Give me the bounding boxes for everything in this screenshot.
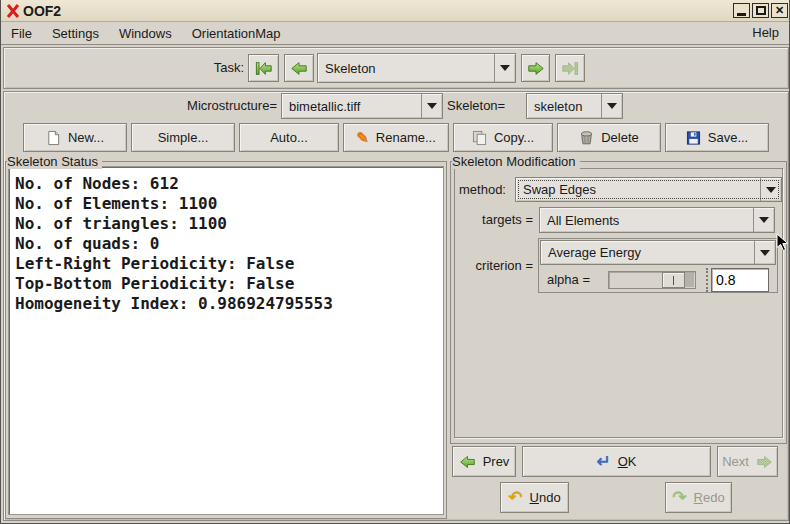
prev-arrow-icon xyxy=(459,455,476,469)
status-line: No. of triangles: 1100 xyxy=(15,214,443,234)
rename-button-label: Rename... xyxy=(376,130,436,145)
task-back-button[interactable] xyxy=(284,54,314,82)
criterion-value: Average Energy xyxy=(541,245,754,260)
skeleton-status-title: Skeleton Status xyxy=(7,154,102,169)
first-arrow-icon xyxy=(255,61,273,76)
ok-button[interactable]: ↵ OK xyxy=(522,446,711,477)
chevron-down-icon xyxy=(601,94,622,118)
chevron-down-icon xyxy=(760,178,781,201)
ok-button-label: OK xyxy=(618,454,637,469)
microstructure-value: bimetallic.tiff xyxy=(282,99,421,114)
copy-button[interactable]: Copy... xyxy=(453,123,553,152)
status-line: No. of Elements: 1100 xyxy=(15,194,443,214)
title-bar: OOF2 ✕ xyxy=(1,0,790,22)
targets-value: All Elements xyxy=(540,213,753,228)
chevron-down-icon xyxy=(494,54,515,82)
microstructure-select[interactable]: bimetallic.tiff xyxy=(281,93,443,119)
copy-icon xyxy=(472,130,487,146)
back-arrow-icon xyxy=(290,61,308,76)
chevron-down-icon xyxy=(421,94,442,118)
next-button-label: Next xyxy=(722,454,749,469)
simple-button-label: Simple... xyxy=(158,130,209,145)
minimize-button[interactable] xyxy=(733,3,750,18)
method-value: Swap Edges xyxy=(516,182,760,197)
task-select-value: Skeleton xyxy=(318,61,494,76)
minimize-icon xyxy=(737,13,746,16)
criterion-label: criterion = xyxy=(441,239,533,293)
maximize-button[interactable] xyxy=(752,3,769,18)
status-line: Top-Bottom Periodicity: False xyxy=(15,274,443,294)
ok-enter-icon: ↵ xyxy=(596,453,610,470)
alpha-label: alpha = xyxy=(547,268,590,292)
redo-button: ↷ Redo xyxy=(665,482,732,513)
status-line: No. of Nodes: 612 xyxy=(15,174,443,194)
status-line: Left-Right Periodicity: False xyxy=(15,254,443,274)
pencil-icon: ✎ xyxy=(356,130,369,145)
undo-button[interactable]: ↶ Undo xyxy=(500,482,569,513)
maximize-icon xyxy=(756,6,766,15)
skeleton-modification-title: Skeleton Modification xyxy=(452,154,580,169)
chevron-down-icon xyxy=(754,241,775,264)
forward-arrow-icon xyxy=(527,61,545,76)
task-first-button[interactable] xyxy=(248,54,279,82)
alpha-input[interactable] xyxy=(711,268,769,292)
copy-button-label: Copy... xyxy=(494,130,534,145)
window-title: OOF2 xyxy=(23,3,61,19)
menu-settings[interactable]: Settings xyxy=(42,23,109,44)
method-label: method: xyxy=(459,177,506,202)
skeleton-status-text: No. of Nodes: 612 No. of Elements: 1100 … xyxy=(8,166,444,515)
next-button: Next xyxy=(717,446,778,477)
delete-button[interactable]: Delete xyxy=(557,123,661,152)
save-button[interactable]: Save... xyxy=(665,123,769,152)
menu-bar: File Settings Windows OrientationMap Hel… xyxy=(1,22,790,45)
new-document-icon xyxy=(46,130,61,146)
chevron-down-icon xyxy=(753,208,774,232)
menu-file[interactable]: File xyxy=(1,23,42,44)
auto-button[interactable]: Auto... xyxy=(239,123,339,152)
skeleton-label: Skeleton= xyxy=(447,93,523,119)
status-line: No. of quads: 0 xyxy=(15,234,443,254)
oof2-window: OOF2 ✕ File Settings Windows Orientation… xyxy=(0,0,790,524)
targets-select[interactable]: All Elements xyxy=(539,207,775,233)
task-last-button xyxy=(555,54,585,82)
task-forward-button[interactable] xyxy=(521,54,550,82)
save-button-label: Save... xyxy=(708,130,748,145)
delete-button-label: Delete xyxy=(601,130,639,145)
new-button[interactable]: New... xyxy=(23,123,127,152)
alpha-slider-handle[interactable] xyxy=(662,272,685,288)
slider-entry-divider xyxy=(706,268,708,292)
next-arrow-icon xyxy=(756,455,773,469)
rename-button[interactable]: ✎ Rename... xyxy=(343,123,449,152)
method-select[interactable]: Swap Edges xyxy=(515,177,782,202)
menu-help[interactable]: Help xyxy=(748,25,783,40)
trash-icon xyxy=(579,130,594,146)
skeleton-select[interactable]: skeleton xyxy=(526,93,623,119)
close-icon: ✕ xyxy=(775,5,784,16)
redo-arrow-icon: ↷ xyxy=(672,489,686,506)
last-arrow-icon xyxy=(561,61,579,76)
close-button[interactable]: ✕ xyxy=(771,3,788,18)
menu-windows[interactable]: Windows xyxy=(109,23,182,44)
prev-button[interactable]: Prev xyxy=(452,446,516,477)
task-label: Task: xyxy=(196,53,244,83)
mouse-cursor xyxy=(776,233,789,255)
new-button-label: New... xyxy=(68,130,104,145)
criterion-select[interactable]: Average Energy xyxy=(540,240,776,265)
undo-arrow-icon: ↶ xyxy=(508,489,522,506)
simple-button[interactable]: Simple... xyxy=(131,123,235,152)
prev-button-label: Prev xyxy=(483,454,510,469)
microstructure-label: Microstructure= xyxy=(151,93,277,119)
floppy-disk-icon xyxy=(686,130,701,146)
menu-orientationmap[interactable]: OrientationMap xyxy=(182,23,291,44)
status-line: Homogeneity Index: 0.986924795553 xyxy=(15,294,443,314)
alpha-slider[interactable] xyxy=(608,271,696,289)
oof2-logo-icon xyxy=(6,4,20,18)
undo-button-label: Undo xyxy=(530,490,561,505)
redo-button-label: Redo xyxy=(694,490,725,505)
task-select[interactable]: Skeleton xyxy=(317,53,516,83)
skeleton-value: skeleton xyxy=(527,99,601,114)
targets-label: targets = xyxy=(441,207,533,233)
auto-button-label: Auto... xyxy=(270,130,308,145)
